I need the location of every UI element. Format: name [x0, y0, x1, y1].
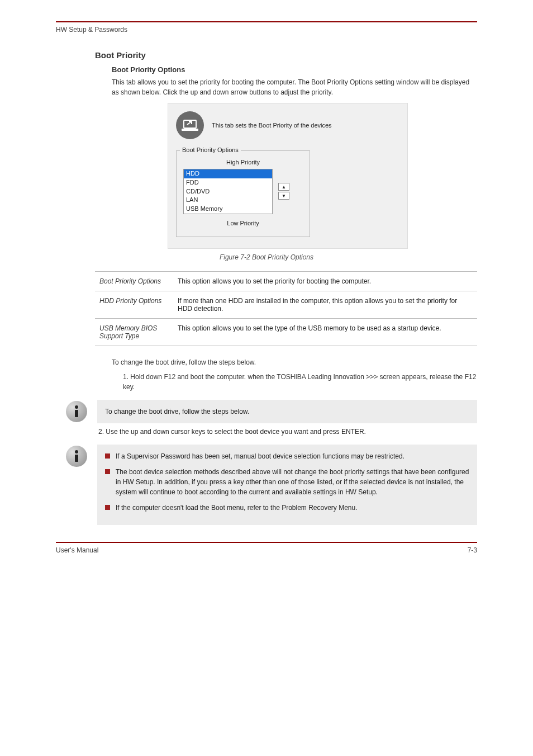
- list-item[interactable]: FDD: [184, 178, 272, 187]
- low-priority-label: Low Priority: [183, 220, 303, 226]
- svg-rect-3: [75, 410, 78, 417]
- info-icon: [66, 401, 87, 422]
- laptop-icon: [176, 111, 204, 139]
- table-cell-right: This option allows you to set the type o…: [173, 318, 477, 346]
- table-cell-left: USB Memory BIOS Support Type: [95, 318, 173, 346]
- section-title: Boot Priority: [95, 50, 477, 60]
- page-footer: User's Manual 7-3: [56, 546, 477, 554]
- footer-right: 7-3: [468, 546, 477, 554]
- table-row: Boot Priority Options This option allows…: [95, 271, 477, 291]
- list-item[interactable]: LAN: [184, 196, 272, 205]
- page-header: HW Setup & Passwords: [56, 26, 477, 34]
- options-table: Boot Priority Options This option allows…: [95, 271, 477, 346]
- bullet-item: The boot device selection methods descri…: [105, 467, 469, 497]
- svg-point-2: [75, 405, 78, 409]
- override-intro: To change the boot drive, follow the ste…: [112, 357, 477, 367]
- subsection-body: This tab allows you to set the priority …: [112, 77, 477, 97]
- table-row: USB Memory BIOS Support Type This option…: [95, 318, 477, 346]
- figure-caption: Figure 7-2 Boot Priority Options: [56, 253, 477, 261]
- info-body-2: If a Supervisor Password has been set, m…: [97, 445, 477, 525]
- svg-rect-1: [182, 129, 198, 131]
- table-cell-left: Boot Priority Options: [95, 271, 173, 291]
- table-cell-right: If more than one HDD are installed in th…: [173, 291, 477, 318]
- bullet-text: If the computer doesn't load the Boot me…: [116, 503, 358, 513]
- priority-down-button[interactable]: ▼: [278, 192, 289, 200]
- table-row: HDD Priority Options If more than one HD…: [95, 291, 477, 318]
- info-icon: [66, 446, 87, 467]
- bullet-square-icon: [105, 505, 110, 510]
- bullet-item: If a Supervisor Password has been set, m…: [105, 451, 469, 461]
- svg-point-4: [75, 450, 78, 453]
- priority-up-button[interactable]: ▲: [278, 183, 289, 191]
- bullet-text: If a Supervisor Password has been set, m…: [116, 451, 404, 461]
- info-block-2: If a Supervisor Password has been set, m…: [66, 445, 477, 525]
- bottom-rule: [56, 542, 477, 543]
- subsection-title: Boot Priority Options: [112, 65, 477, 74]
- svg-rect-5: [75, 455, 78, 462]
- boot-priority-listbox[interactable]: HDD FDD CD/DVD LAN USB Memory: [183, 169, 273, 214]
- step-2: 2. Use the up and down cursor keys to se…: [98, 427, 477, 437]
- step-1: 1. Hold down F12 and boot the computer. …: [123, 372, 477, 392]
- table-cell-right: This option allows you to set the priori…: [173, 271, 477, 291]
- list-item[interactable]: USB Memory: [184, 205, 272, 214]
- info-block-1: To change the boot drive, follow the ste…: [66, 400, 477, 423]
- bullet-square-icon: [105, 453, 110, 459]
- screenshot-panel: This tab sets the Boot Priority of the d…: [168, 103, 408, 249]
- list-item[interactable]: CD/DVD: [184, 187, 272, 196]
- list-item[interactable]: HDD: [184, 169, 272, 178]
- bullet-square-icon: [105, 469, 110, 474]
- bullet-text: The boot device selection methods descri…: [116, 467, 469, 497]
- screenshot-caption: This tab sets the Boot Priority of the d…: [212, 122, 332, 129]
- bullet-item: If the computer doesn't load the Boot me…: [105, 503, 469, 513]
- header-left: HW Setup & Passwords: [56, 26, 127, 34]
- priority-spinner: ▲ ▼: [278, 183, 289, 200]
- fieldset-legend: Boot Priority Options: [180, 147, 241, 153]
- table-cell-left: HDD Priority Options: [95, 291, 173, 318]
- top-rule: [56, 21, 477, 22]
- info-body-1: To change the boot drive, follow the ste…: [97, 400, 477, 423]
- boot-priority-fieldset: Boot Priority Options High Priority HDD …: [176, 150, 310, 237]
- high-priority-label: High Priority: [183, 159, 303, 166]
- footer-left: User's Manual: [56, 546, 98, 554]
